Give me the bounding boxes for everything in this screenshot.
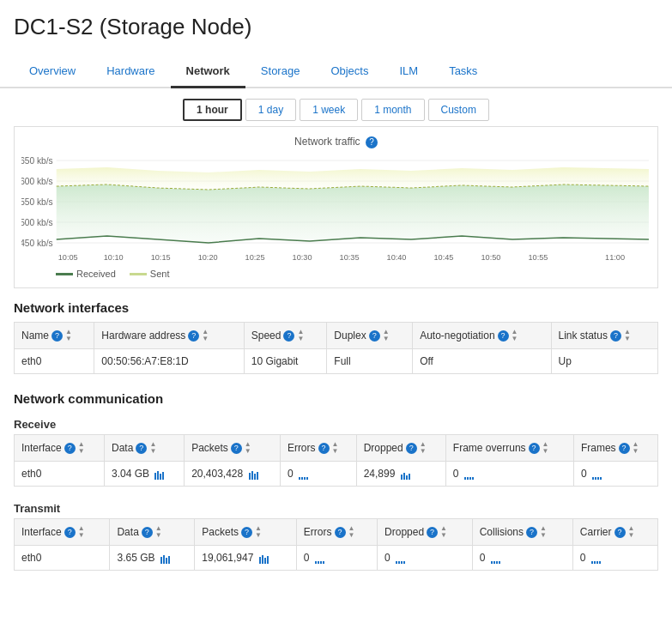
- svg-rect-34: [304, 477, 306, 480]
- th-duplex: Duplex ? ▲▼: [327, 323, 413, 349]
- xmit-drop-chart-icon: [395, 553, 407, 564]
- hw-sort[interactable]: ▲▼: [202, 329, 209, 342]
- xmit-pkt-sort[interactable]: ▲▼: [255, 525, 262, 539]
- time-1week[interactable]: 1 week: [300, 99, 358, 121]
- recv-frames-sort[interactable]: ▲▼: [633, 441, 639, 455]
- th-xmit-carrier: Carrier?▲▼: [572, 519, 657, 546]
- tab-objects[interactable]: Objects: [315, 56, 384, 88]
- svg-rect-25: [157, 471, 159, 480]
- time-1hour[interactable]: 1 hour: [183, 99, 242, 121]
- th-recv-packets: Packets?▲▼: [185, 435, 281, 462]
- recv-drop-sort[interactable]: ▲▼: [420, 441, 427, 455]
- svg-rect-39: [409, 474, 410, 480]
- tab-ilm[interactable]: ILM: [384, 56, 433, 88]
- time-custom[interactable]: Custom: [428, 99, 489, 121]
- xmit-drop-sort[interactable]: ▲▼: [440, 525, 447, 539]
- ni-speed: 10 Gigabit: [244, 349, 327, 374]
- svg-rect-32: [299, 477, 300, 480]
- svg-rect-42: [469, 477, 471, 480]
- xmit-dropped: 0: [378, 546, 473, 571]
- ni-hardware-address: 00:50:56:A7:E8:1D: [94, 349, 244, 374]
- hw-info-icon: ?: [188, 330, 199, 342]
- th-recv-data: Data?▲▼: [105, 435, 185, 462]
- th-recv-frames: Frames?▲▼: [573, 435, 657, 462]
- duplex-info-icon: ?: [369, 330, 380, 342]
- th-xmit-dropped: Dropped?▲▼: [378, 519, 473, 546]
- svg-rect-43: [472, 477, 474, 480]
- svg-rect-49: [163, 555, 165, 564]
- th-name: Name ? ▲▼: [15, 323, 94, 349]
- recv-frames: 0: [573, 462, 657, 487]
- svg-text:10:25: 10:25: [245, 253, 265, 262]
- svg-text:10:50: 10:50: [481, 253, 500, 262]
- tab-hardware[interactable]: Hardware: [91, 56, 170, 88]
- svg-rect-33: [301, 477, 303, 480]
- time-1month[interactable]: 1 month: [361, 99, 424, 121]
- recv-iface-sort[interactable]: ▲▼: [78, 441, 85, 455]
- transmit-header-row: Interface?▲▼ Data?▲▼ Packets?▲▼ Errors?▲…: [15, 519, 658, 546]
- xmit-data: 3.65 GB: [110, 546, 195, 571]
- tab-storage[interactable]: Storage: [245, 56, 316, 88]
- svg-rect-31: [257, 472, 258, 480]
- recv-pkts-chart-icon: [248, 469, 260, 480]
- svg-rect-61: [398, 561, 400, 564]
- svg-text:10:15: 10:15: [151, 253, 171, 262]
- svg-rect-62: [401, 561, 403, 564]
- svg-text:10:20: 10:20: [198, 253, 218, 262]
- svg-text:10:35: 10:35: [340, 253, 360, 262]
- time-1day[interactable]: 1 day: [245, 99, 296, 121]
- svg-text:450 kb/s: 450 kb/s: [21, 239, 53, 248]
- transmit-title: Transmit: [0, 493, 672, 518]
- th-recv-interface: Interface?▲▼: [15, 435, 105, 462]
- receive-header-row: Interface?▲▼ Data?▲▼ Packets?▲▼ Errors?▲…: [15, 435, 658, 462]
- th-xmit-errors: Errors?▲▼: [296, 519, 377, 546]
- recv-err-sort[interactable]: ▲▼: [332, 441, 339, 455]
- xmit-iface-sort[interactable]: ▲▼: [78, 525, 85, 539]
- xmit-err-sort[interactable]: ▲▼: [348, 525, 355, 539]
- xmit-coll-chart-icon: [490, 553, 502, 564]
- receive-title: Receive: [0, 409, 672, 434]
- svg-text:10:55: 10:55: [528, 253, 548, 262]
- th-speed: Speed ? ▲▼: [244, 323, 327, 349]
- svg-rect-60: [396, 561, 397, 564]
- xmit-collisions: 0: [472, 546, 572, 571]
- recv-pkt-sort[interactable]: ▲▼: [245, 441, 251, 455]
- name-sort[interactable]: ▲▼: [65, 329, 72, 342]
- svg-text:600 kb/s: 600 kb/s: [21, 177, 53, 186]
- svg-rect-53: [262, 555, 263, 564]
- svg-rect-46: [597, 477, 599, 480]
- speed-sort[interactable]: ▲▼: [297, 329, 304, 342]
- xmit-err-chart-icon: [314, 553, 326, 564]
- ni-auto-neg: Off: [413, 349, 551, 374]
- xmit-carrier-sort[interactable]: ▲▼: [628, 525, 635, 539]
- recv-frame-info: ?: [529, 443, 540, 454]
- xmit-data-sort[interactable]: ▲▼: [155, 525, 162, 539]
- chart-title: Network traffic ?: [21, 136, 651, 148]
- svg-rect-69: [594, 561, 596, 564]
- xmit-pkts-chart-icon: [258, 553, 270, 564]
- transmit-table: Interface?▲▼ Data?▲▼ Packets?▲▼ Errors?▲…: [14, 518, 658, 571]
- recv-pkt-info: ?: [231, 443, 242, 454]
- network-interfaces-section: Network interfaces Name ? ▲▼ Hardware ad…: [0, 288, 672, 379]
- recv-drop-chart-icon: [400, 469, 412, 480]
- tab-network[interactable]: Network: [171, 56, 245, 88]
- link-sort[interactable]: ▲▼: [624, 329, 631, 342]
- tab-tasks[interactable]: Tasks: [433, 56, 493, 88]
- svg-rect-40: [464, 477, 466, 480]
- recv-drop-info: ?: [406, 443, 417, 454]
- svg-rect-38: [406, 475, 408, 480]
- page-title: DC1-S2 (Storage Node): [14, 14, 658, 40]
- svg-text:10:30: 10:30: [293, 253, 312, 262]
- th-recv-errors: Errors?▲▼: [280, 435, 356, 462]
- duplex-sort[interactable]: ▲▼: [383, 329, 390, 342]
- tab-overview[interactable]: Overview: [14, 56, 91, 88]
- xmit-coll-sort[interactable]: ▲▼: [540, 525, 547, 539]
- recv-frame-sort[interactable]: ▲▼: [542, 441, 549, 455]
- xmit-carrier-chart-icon: [590, 553, 602, 564]
- autoneg-sort[interactable]: ▲▼: [512, 329, 518, 342]
- recv-errors: 0: [280, 462, 356, 487]
- table-row: eth0 3.65 GB 19,061,947 0 0: [15, 546, 658, 571]
- th-recv-dropped: Dropped?▲▼: [356, 435, 445, 462]
- table-row: eth0 00:50:56:A7:E8:1D 10 Gigabit Full O…: [15, 349, 658, 374]
- recv-data-sort[interactable]: ▲▼: [149, 441, 156, 455]
